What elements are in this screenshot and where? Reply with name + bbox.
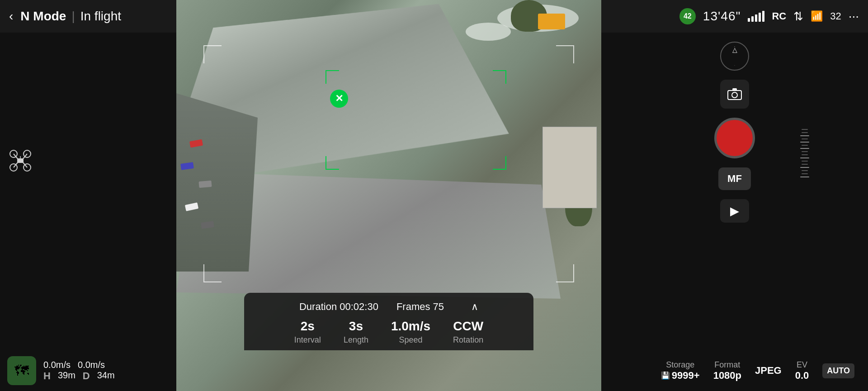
focus-tick-14: [802, 170, 808, 171]
mf-label: MF: [727, 173, 742, 185]
length-value: 3s: [349, 319, 363, 334]
focus-wheel: [800, 127, 809, 217]
interval-value: 2s: [301, 319, 315, 334]
building-right: [542, 127, 597, 208]
signal-bar-2: [751, 16, 754, 22]
rc-label: RC: [772, 10, 786, 22]
speed-vertical: 0.0m/s: [78, 360, 105, 370]
storage-label: Storage: [666, 360, 694, 370]
signal-bar-3: [755, 14, 757, 22]
storage-value: 9999+: [672, 370, 700, 381]
interval-control[interactable]: 2s Interval: [294, 319, 321, 345]
svg-rect-8: [17, 158, 24, 163]
focus-tick-1: [802, 129, 808, 130]
signal-bars: [748, 11, 764, 22]
parking-area: [176, 91, 258, 272]
height-distance-row: H 39m D 34m: [43, 370, 115, 382]
right-header: 42 13'46" RC ⇅ 📶 32 ···: [601, 0, 868, 33]
auto-label: AUTO: [827, 366, 850, 376]
snow-patch-2: [466, 23, 511, 41]
format-info: Format 1080p: [713, 360, 741, 381]
focus-tick-13: [800, 167, 809, 168]
interval-label: Interval: [294, 335, 321, 345]
focus-tick-4: [802, 138, 808, 139]
format-label: Format: [714, 360, 740, 370]
signal-bar-4: [759, 13, 761, 22]
car-gray1: [198, 181, 212, 188]
speed-row: 0.0m/s 0.0m/s: [43, 360, 115, 370]
rotation-control[interactable]: CCW Rotation: [453, 319, 483, 345]
flight-stats: 0.0m/s 0.0m/s H 39m D 34m: [43, 360, 115, 382]
length-label: Length: [344, 335, 368, 345]
distance-label: D: [83, 370, 90, 382]
svg-point-11: [732, 92, 737, 98]
speed-control[interactable]: 1.0m/s Speed: [391, 319, 430, 345]
record-button[interactable]: [714, 118, 755, 158]
map-emoji: 🗺: [14, 362, 29, 379]
frames-text: Frames 75: [396, 301, 444, 313]
drone-icon: [9, 149, 32, 176]
focus-tick-2: [802, 132, 808, 133]
focus-tick-15: [802, 173, 808, 174]
vehicle-orange: [538, 14, 565, 29]
wifi-icon: 📶: [811, 10, 823, 22]
wifi-value: 32: [830, 10, 841, 22]
focus-tick-8: [802, 151, 808, 152]
height-label: H: [43, 370, 51, 382]
format-value: 1080p: [713, 370, 741, 381]
back-button[interactable]: ‹: [9, 9, 13, 24]
right-controls: · △ · MF ▶: [601, 33, 868, 350]
inflight-status: In flight: [80, 9, 121, 24]
play-icon: ▶: [730, 204, 739, 218]
ev-info: EV 0.0: [795, 360, 809, 381]
speed-horizontal: 0.0m/s: [43, 360, 71, 370]
focus-tick-3: [800, 135, 809, 136]
playback-button[interactable]: ▶: [720, 199, 749, 223]
height-value: 39m: [58, 370, 75, 382]
left-bottom-stats: 🗺 0.0m/s 0.0m/s H 39m D 34m: [0, 350, 176, 391]
photo-mode-button[interactable]: [720, 80, 749, 109]
storage-icon: 💾: [661, 371, 670, 380]
codec-info: JPEG: [755, 365, 782, 377]
target-x-icon: ✕: [335, 93, 343, 105]
focus-tick-6: [802, 145, 808, 146]
more-options-button[interactable]: ···: [849, 9, 859, 24]
focus-tick-9: [802, 154, 808, 155]
battery-badge: 42: [679, 8, 696, 24]
left-panel-bg: [0, 33, 176, 350]
map-icon[interactable]: 🗺: [7, 356, 36, 385]
storage-value-row: 💾 9999+: [661, 370, 700, 381]
target-marker[interactable]: ✕: [330, 90, 348, 108]
duration-text: Duration 00:02:30: [299, 301, 378, 313]
codec-value: JPEG: [755, 365, 782, 377]
signal-bar-1: [748, 18, 750, 22]
signal-bar-5: [762, 11, 764, 22]
focus-tick-5: [800, 142, 809, 143]
auto-info[interactable]: AUTO: [822, 363, 854, 378]
speed-label: Speed: [399, 335, 422, 345]
focus-tick-12: [802, 164, 808, 165]
collapse-button[interactable]: ∧: [471, 301, 478, 313]
compass-south-dot: ·: [734, 63, 736, 68]
header-divider: |: [71, 9, 75, 24]
storage-info: Storage 💾 9999+: [661, 360, 700, 381]
duration-controls: 2s Interval 3s Length 1.0m/s Speed CCW R…: [294, 319, 483, 345]
mode-label: N Mode: [20, 9, 66, 24]
focus-tick-10: [800, 157, 809, 158]
left-header: ‹ N Mode | In flight: [0, 0, 176, 33]
ev-value: 0.0: [795, 370, 809, 381]
ev-label: EV: [797, 360, 807, 370]
focus-tick-16: [800, 176, 809, 177]
mf-button[interactable]: MF: [718, 167, 751, 190]
right-bottom-stats: Storage 💾 9999+ Format 1080p JPEG EV 0.0…: [601, 350, 868, 391]
svg-rect-12: [732, 88, 737, 91]
focus-tick-7: [800, 148, 809, 149]
sync-icon: ⇅: [793, 10, 803, 24]
battery-value: 42: [684, 12, 692, 20]
speed-value: 1.0m/s: [391, 319, 430, 334]
duration-header: Duration 00:02:30 Frames 75 ∧: [299, 301, 478, 313]
rotation-value: CCW: [453, 319, 483, 334]
duration-panel: Duration 00:02:30 Frames 75 ∧ 2s Interva…: [244, 293, 533, 350]
rotation-label: Rotation: [453, 335, 483, 345]
length-control[interactable]: 3s Length: [344, 319, 368, 345]
